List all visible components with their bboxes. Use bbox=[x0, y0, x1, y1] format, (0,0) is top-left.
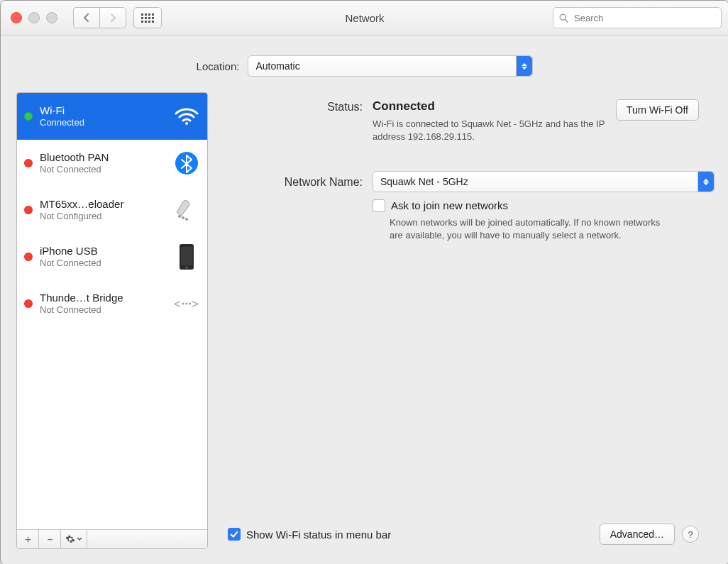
network-name-popup[interactable]: Squawk Net - 5GHz bbox=[373, 171, 715, 192]
network-preferences-window: Network Location: Automatic Wi-FiConnect… bbox=[0, 0, 728, 564]
search-field[interactable] bbox=[553, 7, 722, 28]
chevron-right-icon bbox=[109, 13, 116, 22]
status-dot-icon bbox=[24, 299, 33, 308]
service-status: Not Connected bbox=[40, 258, 166, 269]
location-row: Location: Automatic bbox=[1, 35, 728, 92]
svg-point-2 bbox=[185, 122, 188, 125]
service-name: Wi-Fi bbox=[40, 104, 166, 117]
forward-button[interactable] bbox=[99, 7, 126, 28]
chevron-down-icon bbox=[77, 537, 82, 541]
back-button[interactable] bbox=[73, 7, 99, 28]
add-service-button[interactable]: ＋ bbox=[17, 530, 39, 548]
status-value: Connected bbox=[373, 99, 435, 113]
service-status: Connected bbox=[40, 117, 166, 128]
service-name: Bluetooth PAN bbox=[40, 151, 166, 164]
remove-service-button[interactable]: － bbox=[39, 530, 61, 548]
modem-icon bbox=[173, 198, 200, 222]
svg-point-4 bbox=[178, 215, 181, 218]
nav-back-forward bbox=[73, 7, 126, 28]
service-status: Not Configured bbox=[40, 211, 166, 222]
service-name: Thunde…t Bridge bbox=[40, 292, 166, 304]
gear-icon bbox=[65, 534, 75, 544]
search-icon bbox=[559, 13, 568, 23]
window-controls bbox=[11, 12, 57, 23]
chevron-left-icon bbox=[83, 13, 90, 22]
thunderbolt-icon: <> bbox=[173, 293, 200, 314]
show-menubar-checkbox[interactable] bbox=[228, 528, 241, 541]
status-dot-icon bbox=[24, 253, 33, 261]
minus-icon: － bbox=[45, 533, 55, 546]
location-value: Automatic bbox=[255, 60, 299, 72]
help-icon: ? bbox=[688, 529, 693, 540]
sidebar-service-thunderbolt[interactable]: Thunde…t BridgeNot Connected<> bbox=[17, 280, 207, 327]
bluetooth-icon bbox=[173, 151, 200, 175]
svg-point-9 bbox=[185, 266, 187, 268]
ask-join-label: Ask to join new networks bbox=[391, 199, 508, 211]
titlebar: Network bbox=[1, 1, 728, 35]
sidebar-service-wifi[interactable]: Wi-FiConnected bbox=[17, 93, 207, 140]
service-name: MT65xx…eloader bbox=[40, 198, 166, 211]
services-list: Wi-FiConnectedBluetooth PANNot Connected… bbox=[17, 93, 207, 529]
plus-icon: ＋ bbox=[23, 533, 33, 546]
service-status: Not Connected bbox=[40, 304, 166, 316]
svg-point-13 bbox=[185, 302, 187, 304]
toggle-wifi-button[interactable]: Turn Wi-Fi Off bbox=[616, 99, 699, 121]
service-text: Thunde…t BridgeNot Connected bbox=[40, 292, 166, 316]
zoom-window-button[interactable] bbox=[46, 12, 57, 23]
popup-arrows-icon bbox=[697, 172, 714, 192]
advanced-button[interactable]: Advanced… bbox=[600, 524, 675, 545]
svg-point-14 bbox=[189, 302, 191, 304]
service-status: Not Connected bbox=[40, 164, 166, 175]
service-detail: Status: Connected Wi-Fi is connected to … bbox=[221, 92, 713, 549]
services-sidebar: Wi-FiConnectedBluetooth PANNot Connected… bbox=[16, 92, 208, 549]
ask-join-description: Known networks will be joined automatica… bbox=[390, 216, 673, 241]
status-description: Wi-Fi is connected to Squawk Net - 5GHz … bbox=[373, 118, 606, 143]
minimize-window-button[interactable] bbox=[28, 12, 40, 23]
location-popup[interactable]: Automatic bbox=[248, 55, 533, 77]
svg-point-5 bbox=[182, 216, 184, 219]
service-text: iPhone USBNot Connected bbox=[40, 245, 166, 269]
sidebar-footer: ＋ － bbox=[17, 529, 207, 548]
service-text: Bluetooth PANNot Connected bbox=[40, 151, 166, 175]
sidebar-service-bluetooth[interactable]: Bluetooth PANNot Connected bbox=[17, 140, 207, 187]
popup-arrows-icon bbox=[516, 56, 532, 76]
detail-footer: Show Wi-Fi status in menu bar Advanced… … bbox=[228, 524, 699, 545]
network-name-value: Squawk Net - 5GHz bbox=[380, 176, 468, 187]
sidebar-service-iphone[interactable]: iPhone USBNot Connected bbox=[17, 233, 207, 280]
svg-text:>: > bbox=[192, 297, 199, 311]
show-menubar-label: Show Wi-Fi status in menu bar bbox=[246, 529, 391, 541]
iphone-icon bbox=[173, 243, 200, 270]
ask-join-checkbox[interactable] bbox=[373, 199, 385, 212]
service-name: iPhone USB bbox=[40, 245, 166, 258]
sidebar-service-modem[interactable]: MT65xx…eloaderNot Configured bbox=[17, 187, 207, 233]
close-window-button[interactable] bbox=[11, 12, 22, 23]
status-label: Status: bbox=[228, 99, 363, 114]
service-text: Wi-FiConnected bbox=[40, 104, 166, 128]
status-dot-icon bbox=[24, 112, 33, 121]
wifi-icon bbox=[173, 107, 200, 126]
svg-rect-8 bbox=[181, 247, 192, 265]
svg-text:<: < bbox=[174, 297, 181, 311]
svg-line-1 bbox=[565, 19, 568, 22]
network-name-label: Network Name: bbox=[228, 175, 363, 189]
service-text: MT65xx…eloaderNot Configured bbox=[40, 198, 166, 222]
status-dot-icon bbox=[24, 206, 33, 214]
search-input[interactable] bbox=[573, 12, 715, 24]
status-dot-icon bbox=[24, 159, 33, 167]
content-area: Wi-FiConnectedBluetooth PANNot Connected… bbox=[1, 92, 728, 564]
help-button[interactable]: ? bbox=[682, 526, 699, 543]
service-actions-button[interactable] bbox=[61, 530, 87, 548]
svg-point-6 bbox=[185, 218, 188, 221]
location-label: Location: bbox=[197, 60, 240, 72]
svg-point-12 bbox=[182, 302, 184, 304]
show-all-button[interactable] bbox=[133, 7, 162, 28]
grid-icon bbox=[141, 13, 154, 23]
